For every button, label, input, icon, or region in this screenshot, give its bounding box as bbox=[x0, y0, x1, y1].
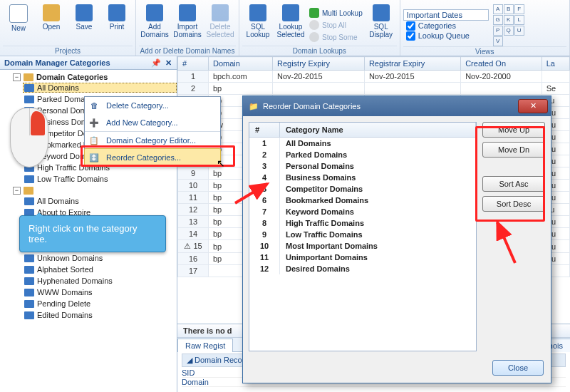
letter-filter[interactable]: ABFGKLPQUV bbox=[493, 3, 532, 46]
dialog-title: Reorder Domain Categories bbox=[263, 102, 361, 110]
ctx-delete-category[interactable]: 🗑Delete Category... bbox=[85, 97, 220, 114]
table-row[interactable]: 1bpch.comNov-20-2015Nov-20-2015Nov-20-20… bbox=[178, 71, 570, 83]
dialog-close-button[interactable]: ✕ bbox=[518, 99, 548, 113]
tree-item[interactable]: Low Traffic Domains bbox=[23, 174, 177, 184]
list-item[interactable]: 7Keyword Domains bbox=[249, 206, 476, 217]
tree-item[interactable]: WWW Domains bbox=[23, 287, 177, 297]
context-menu: 🗑Delete Category... ➕Add New Category...… bbox=[84, 96, 221, 167]
grid-col[interactable]: # bbox=[178, 57, 209, 71]
list-item[interactable]: 1All Domains bbox=[249, 138, 476, 150]
pin-icon[interactable]: 📌 bbox=[151, 58, 160, 67]
multi-lookup-button[interactable]: Multi Lookup bbox=[308, 7, 364, 19]
grid-col[interactable]: Registrar Expiry bbox=[364, 57, 460, 71]
print-button[interactable]: Print bbox=[101, 3, 133, 46]
add-domains-button[interactable]: Add Domains bbox=[139, 3, 170, 46]
views-queue-check[interactable]: Lookup Queue bbox=[403, 31, 489, 41]
group-projects: Projects bbox=[3, 46, 133, 56]
folder-icon: 📁 bbox=[249, 102, 259, 111]
tree-item[interactable]: Edited Domains bbox=[23, 310, 177, 320]
list-item[interactable]: 9Low Traffic Domains bbox=[249, 229, 476, 240]
mouse-graphic bbox=[10, 108, 47, 170]
tree-collapse-icon[interactable]: − bbox=[13, 187, 21, 195]
grid-col[interactable]: Registry Expiry bbox=[272, 57, 364, 71]
close-sidebar-icon[interactable]: ✕ bbox=[164, 58, 172, 67]
ribbon: New Open Save Print Projects Add Domains… bbox=[0, 0, 570, 56]
delete-selected-button: Delete Selected bbox=[204, 3, 236, 46]
move-up-button[interactable]: Move Up bbox=[482, 122, 545, 138]
list-item[interactable]: 5Competitor Domains bbox=[249, 183, 476, 195]
save-button[interactable]: Save bbox=[68, 3, 100, 46]
reorder-list[interactable]: # Category Name 1All Domains2Parked Doma… bbox=[249, 122, 477, 351]
ctx-add-category[interactable]: ➕Add New Category... bbox=[85, 114, 220, 131]
stop-all-button: Stop All bbox=[308, 19, 364, 31]
list-item[interactable]: 6Bookmarked Domains bbox=[249, 195, 476, 206]
list-item[interactable]: 8High Traffic Domains bbox=[249, 217, 476, 229]
ctx-reorder-categories[interactable]: ↕️Reorder Categories... bbox=[84, 148, 221, 167]
sidebar-title: Domain Manager Categories bbox=[4, 58, 110, 67]
grid-col[interactable]: La bbox=[542, 57, 569, 71]
tree-item[interactable]: Alphabet Sorted bbox=[23, 264, 177, 274]
ctx-category-editor[interactable]: 📋Domain Category Editor... bbox=[85, 131, 220, 149]
callout-tip: Right click on the category tree. bbox=[19, 215, 166, 252]
dialog-close-footer[interactable]: Close bbox=[492, 360, 544, 376]
list-item[interactable]: 3Personal Domains bbox=[249, 160, 476, 172]
group-views: Views bbox=[403, 46, 566, 56]
tree-item[interactable]: Hyphenated Domains bbox=[23, 276, 177, 286]
open-button[interactable]: Open bbox=[36, 3, 67, 46]
group-lookups: Domain Lookups bbox=[242, 46, 397, 56]
tree-item[interactable]: Unknown Domains bbox=[23, 253, 177, 263]
tree-item[interactable]: All Domains bbox=[23, 196, 177, 206]
group-add-delete: Add or Delete Domain Names bbox=[139, 46, 236, 56]
col-name: Category Name bbox=[280, 123, 476, 138]
tree-item[interactable]: Pending Delete bbox=[23, 299, 177, 309]
tree-item[interactable]: All Domains bbox=[23, 83, 177, 93]
tree-collapse-icon[interactable]: − bbox=[13, 73, 21, 81]
table-row[interactable]: 2bpSe bbox=[178, 83, 570, 95]
list-item[interactable]: 12Desired Domains bbox=[249, 263, 476, 274]
tree-root[interactable]: Domain Categories bbox=[36, 73, 108, 81]
sql-lookup-button[interactable]: SQL Lookup bbox=[242, 3, 274, 46]
move-down-button[interactable]: Move Dn bbox=[482, 142, 545, 158]
sort-desc-button[interactable]: Sort Desc bbox=[482, 196, 545, 212]
tab-raw[interactable]: Raw Regist bbox=[177, 339, 233, 352]
reorder-dialog: 📁 Reorder Domain Categories ✕ # Category… bbox=[242, 96, 551, 383]
views-categories-check[interactable]: Categories bbox=[403, 21, 489, 31]
lookup-selected-button[interactable]: Lookup Selected bbox=[275, 3, 306, 46]
col-num: # bbox=[249, 123, 280, 138]
sql-display-button[interactable]: SQL Display bbox=[366, 3, 397, 46]
list-item[interactable]: 11Unimportant Domains bbox=[249, 252, 476, 263]
list-item[interactable]: 10Most Important Domains bbox=[249, 240, 476, 252]
new-button[interactable]: New bbox=[3, 3, 34, 46]
grid-col[interactable]: Created On bbox=[461, 57, 542, 71]
list-item[interactable]: 2Parked Domains bbox=[249, 149, 476, 160]
views-dropdown[interactable]: Important Dates bbox=[403, 9, 489, 21]
stop-some-button: Stop Some bbox=[308, 31, 364, 43]
sort-asc-button[interactable]: Sort Asc bbox=[482, 176, 545, 192]
grid-col[interactable]: Domain bbox=[209, 57, 273, 71]
list-item[interactable]: 4Business Domains bbox=[249, 172, 476, 183]
import-domains-button[interactable]: Import Domains bbox=[172, 3, 203, 46]
